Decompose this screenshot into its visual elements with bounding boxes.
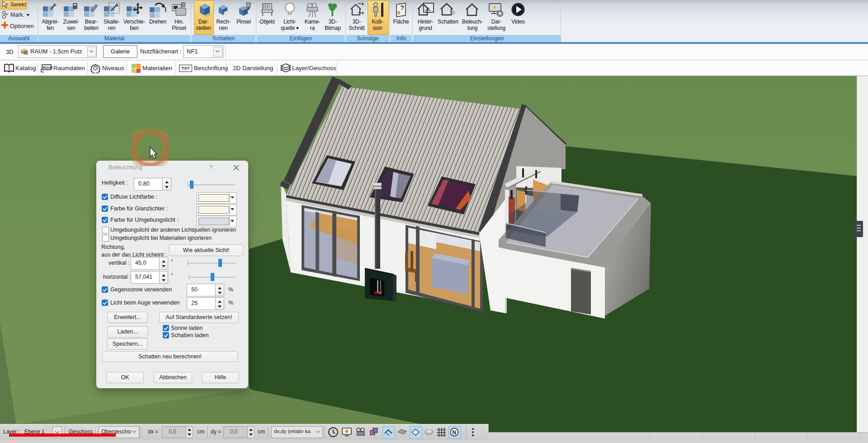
svg-text:N: N: [453, 429, 457, 436]
svg-text:ROOM: ROOM: [43, 66, 53, 70]
svg-text:?: ?: [400, 4, 404, 11]
